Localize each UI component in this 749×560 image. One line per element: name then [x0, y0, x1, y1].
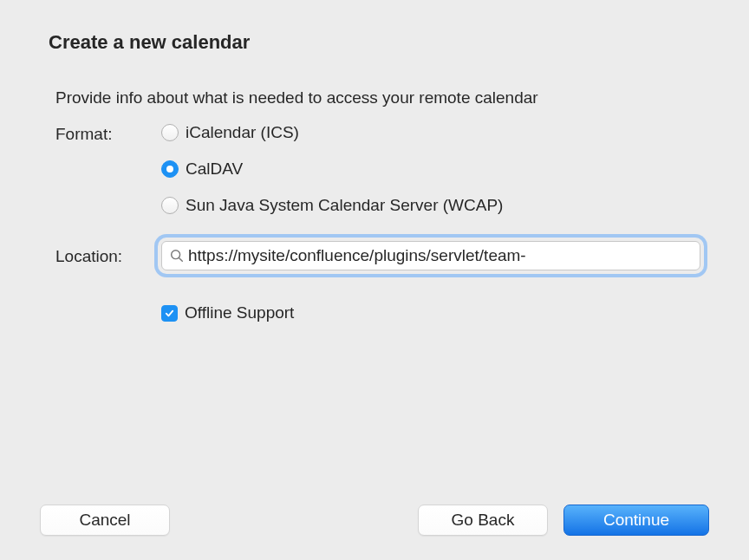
format-label: Format:: [49, 123, 161, 144]
location-input[interactable]: [188, 246, 693, 265]
create-calendar-dialog: Create a new calendar Provide info about…: [0, 0, 749, 560]
checkbox-label: Offline Support: [185, 303, 294, 322]
dialog-description: Provide info about what is needed to acc…: [55, 88, 700, 107]
format-row: Format: iCalendar (ICS) CalDAV Sun Java …: [49, 123, 700, 241]
search-icon: [169, 248, 185, 264]
svg-line-1: [179, 258, 183, 262]
format-option-caldav[interactable]: CalDAV: [161, 160, 700, 179]
location-field[interactable]: [161, 241, 700, 270]
offline-support-checkbox[interactable]: Offline Support: [161, 303, 700, 322]
offline-row: Offline Support: [49, 288, 700, 322]
button-bar: Cancel Go Back Continue: [40, 505, 709, 536]
radio-label: iCalendar (ICS): [186, 123, 299, 142]
location-label: Location:: [49, 245, 161, 266]
format-radio-group: iCalendar (ICS) CalDAV Sun Java System C…: [161, 123, 700, 215]
radio-selected-dot: [166, 166, 173, 173]
radio-icon: [161, 124, 179, 141]
location-row: Location:: [49, 241, 700, 270]
cancel-button[interactable]: Cancel: [40, 505, 170, 536]
dialog-title: Create a new calendar: [49, 31, 700, 54]
radio-label: CalDAV: [186, 160, 243, 179]
location-field-wrap: [161, 241, 700, 270]
format-option-wcap[interactable]: Sun Java System Calendar Server (WCAP): [161, 196, 700, 215]
continue-button[interactable]: Continue: [563, 505, 709, 536]
radio-icon: [161, 160, 179, 178]
format-option-ics[interactable]: iCalendar (ICS): [161, 123, 700, 142]
svg-point-0: [172, 251, 180, 259]
button-group-right: Go Back Continue: [418, 505, 709, 536]
checkbox-icon: [161, 305, 178, 322]
radio-label: Sun Java System Calendar Server (WCAP): [186, 196, 503, 215]
radio-icon: [161, 197, 179, 214]
go-back-button[interactable]: Go Back: [418, 505, 548, 536]
